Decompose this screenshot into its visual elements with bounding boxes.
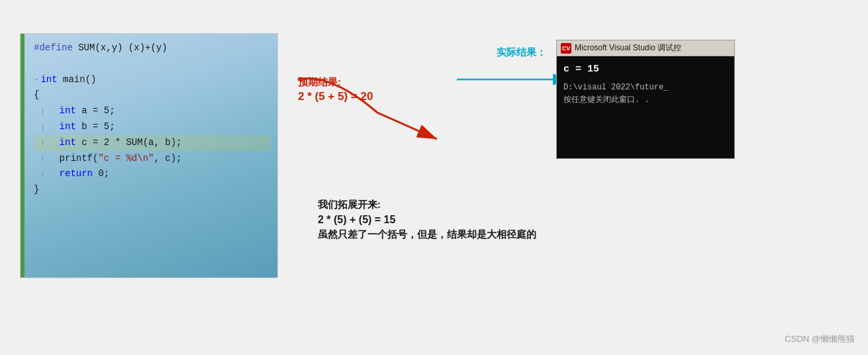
- terminal-line-result: c = 15: [563, 62, 728, 77]
- terminal-titlebar: CV Microsoft Visual Studio 调试控: [557, 40, 734, 56]
- terminal-panel: CV Microsoft Visual Studio 调试控 c = 15 D:…: [556, 40, 735, 159]
- code-text: printf(: [60, 151, 99, 167]
- code-keyword: int: [40, 72, 57, 88]
- expand-label: 我们拓展开来:: [318, 199, 536, 211]
- code-string: "c = %d\n": [98, 151, 154, 167]
- code-line-main: - int main(): [34, 72, 271, 88]
- expected-result: 预期结果: 2 * (5 + 5) = 20: [298, 76, 373, 103]
- code-text: a = 5;: [76, 103, 115, 119]
- code-text: , c);: [154, 151, 181, 167]
- terminal-line-presskey: 按任意键关闭此窗口. .: [563, 94, 728, 107]
- actual-label: 实际结果：: [497, 46, 546, 59]
- code-vbar: |: [40, 136, 45, 149]
- code-text: b = 5;: [76, 119, 115, 135]
- code-text: {: [34, 87, 39, 103]
- actual-label-text: 实际结果：: [497, 46, 546, 58]
- code-line-brace-close: }: [34, 182, 271, 198]
- expected-label: 预期结果:: [298, 76, 373, 89]
- bottom-text-area: 我们拓展开来: 2 * (5) + (5) = 15 虽然只差了一个括号，但是，…: [318, 199, 536, 241]
- code-line-brace-open: {: [34, 87, 271, 103]
- middle-area: 预期结果: 2 * (5 + 5) = 20 实际结果：: [278, 33, 848, 298]
- code-text: 0;: [93, 166, 109, 182]
- code-line-define: #define SUM(x,y) (x)+(y): [34, 40, 271, 56]
- code-keyword: int: [60, 119, 76, 135]
- code-vbar: |: [40, 105, 45, 118]
- code-vbar: |: [40, 121, 45, 134]
- code-line-a: | int a = 5;: [34, 103, 271, 119]
- expand-note: 虽然只差了一个括号，但是，结果却是大相径庭的: [318, 228, 536, 241]
- expected-value: 2 * (5 + 5) = 20: [298, 90, 373, 103]
- code-panel: #define SUM(x,y) (x)+(y) - int main() { …: [20, 33, 278, 278]
- code-vbar: |: [40, 152, 45, 165]
- terminal-title: Microsoft Visual Studio 调试控: [575, 42, 681, 54]
- expand-formula: 2 * (5) + (5) = 15: [318, 214, 536, 226]
- terminal-body: c = 15 D:\visaul 2022\future_ 按任意键关闭此窗口.…: [557, 56, 734, 158]
- code-line-printf: | printf( "c = %d\n" , c);: [34, 151, 271, 167]
- code-vbar: |: [40, 168, 45, 181]
- terminal-line-path: D:\visaul 2022\future_: [563, 81, 728, 94]
- code-keyword: return: [60, 166, 93, 182]
- code-minus: -: [34, 72, 39, 88]
- main-container: #define SUM(x,y) (x)+(y) - int main() { …: [0, 0, 868, 355]
- code-line-c-highlighted: | int c = 2 * SUM(a, b);: [34, 135, 271, 151]
- code-keyword: int: [60, 135, 76, 151]
- code-line-return: | return 0;: [34, 166, 271, 182]
- code-text: #define: [34, 40, 78, 56]
- code-text: main(): [58, 72, 97, 88]
- code-text: SUM(x,y) (x)+(y): [78, 40, 167, 56]
- watermark: CSDN @懒懒熊猫: [785, 333, 855, 345]
- code-line-b: | int b = 5;: [34, 119, 271, 135]
- terminal-icon: CV: [561, 43, 571, 54]
- code-text: c = 2 * SUM(a, b);: [76, 135, 182, 151]
- code-content: #define SUM(x,y) (x)+(y) - int main() { …: [24, 34, 277, 278]
- code-keyword: int: [60, 103, 76, 119]
- code-text: }: [34, 182, 39, 198]
- code-line-blank: [34, 56, 271, 72]
